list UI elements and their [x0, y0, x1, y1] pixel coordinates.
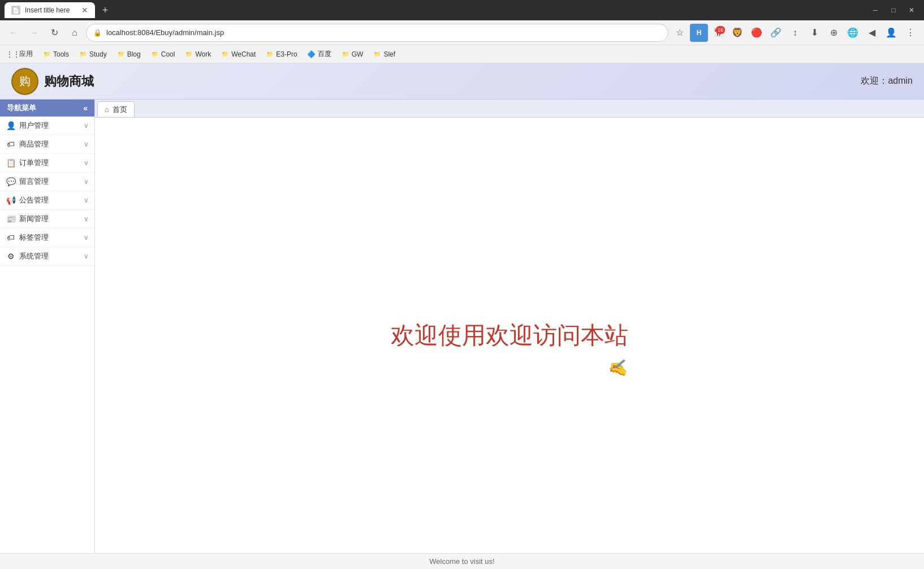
new-tab-button[interactable]: +	[97, 2, 113, 18]
wechat-folder-icon: 📁	[221, 50, 229, 58]
bookmark-gw[interactable]: 📁 GW	[337, 49, 368, 59]
sidebar-item-tags[interactable]: 🏷 标签管理 ∨	[0, 229, 94, 247]
minimize-button[interactable]: ─	[867, 2, 883, 18]
maximize-button[interactable]: □	[886, 2, 901, 18]
sidebar-item-announcements[interactable]: 📢 公告管理 ∨	[0, 191, 94, 210]
welcome-message: 欢迎使用欢迎访问本站	[391, 320, 628, 351]
users-icon: 👤	[6, 121, 16, 130]
sidebar-header: 导航菜单 «	[0, 100, 94, 117]
sidebar-item-messages[interactable]: 💬 留言管理 ∨	[0, 173, 94, 191]
site-footer: Welcome to visit us!	[0, 553, 924, 569]
e3pro-folder-icon: 📁	[266, 50, 274, 58]
sidebar-system-label: 系统管理	[19, 251, 80, 261]
bookmark-tools-label: Tools	[53, 50, 69, 58]
browser-tab[interactable]: 📄 Insert title here ✕	[5, 2, 95, 18]
baidu-icon: 🔷	[308, 50, 316, 58]
sidebar-announcements-label: 公告管理	[19, 195, 80, 205]
content-area: ⌂ 首页 欢迎使用欢迎访问本站 ✍️	[95, 100, 924, 553]
logo-circle: 购	[11, 68, 38, 95]
bookmark-work[interactable]: 📁 Work	[180, 49, 215, 59]
tab-close-button[interactable]: ✕	[81, 6, 88, 15]
announcements-icon: 📢	[6, 196, 16, 205]
header-welcome: 欢迎：admin	[861, 75, 913, 87]
browser-navbar: ← → ↻ ⌂ 🔒 localhost:8084/Ebuy/admin/main…	[0, 20, 924, 45]
cool-folder-icon: 📁	[151, 50, 159, 58]
gw-folder-icon: 📁	[342, 50, 349, 58]
site-header: 购 购物商城 欢迎：admin	[0, 63, 924, 100]
nav-icons-right: ☆ H 📅 16 🦁 🔴 🔗 ↕ ⬇ ⊕ 🌐 ◀ 👤 ⋮	[671, 24, 919, 42]
slef-folder-icon: 📁	[373, 50, 381, 58]
bookmark-baidu-label: 百度	[318, 49, 331, 59]
bookmark-wechat-label: WeChat	[231, 50, 256, 58]
bookmark-e3pro-label: E3-Pro	[276, 50, 297, 58]
site-title: 购物商城	[44, 73, 94, 90]
chevron-down-icon-users: ∨	[84, 122, 89, 130]
extension-icon-9[interactable]: 🌐	[844, 24, 862, 42]
sidebar: 导航菜单 « 👤 用户管理 ∨ 🏷 商品管理 ∨ 📋 订单管理 ∨ 💬 留言管理	[0, 100, 95, 553]
cursor-decoration: ✍️	[607, 355, 631, 378]
sidebar-products-label: 商品管理	[19, 139, 80, 149]
window-controls: ─ □ ✕	[867, 2, 919, 18]
sidebar-item-orders[interactable]: 📋 订单管理 ∨	[0, 154, 94, 173]
sidebar-item-system[interactable]: ⚙ 系统管理 ∨	[0, 247, 94, 266]
products-icon: 🏷	[6, 140, 16, 149]
bookmark-wechat[interactable]: 📁 WeChat	[217, 49, 260, 59]
close-button[interactable]: ✕	[904, 2, 919, 18]
back-button[interactable]: ←	[5, 24, 23, 42]
chevron-down-icon-products: ∨	[84, 140, 89, 148]
refresh-button[interactable]: ↻	[45, 24, 63, 42]
bookmark-apps-label: 应用	[19, 49, 33, 59]
extension-icon-7[interactable]: ⬇	[805, 24, 823, 42]
tags-icon: 🏷	[6, 233, 16, 242]
extension-icon-1[interactable]: H	[690, 24, 708, 42]
extension-icon-4[interactable]: 🔴	[748, 24, 766, 42]
footer-text: Welcome to visit us!	[429, 557, 494, 566]
bookmark-tools[interactable]: 📁 Tools	[38, 49, 74, 59]
system-icon: ⚙	[6, 252, 16, 261]
extension-icon-6[interactable]: ↕	[786, 24, 804, 42]
news-icon: 📰	[6, 214, 16, 223]
bookmark-blog[interactable]: 📁 Blog	[113, 49, 145, 59]
sidebar-tags-label: 标签管理	[19, 232, 80, 243]
home-icon: ⌂	[105, 105, 109, 114]
star-icon[interactable]: ☆	[671, 24, 689, 42]
extension-icon-3[interactable]: 🦁	[728, 24, 746, 42]
sidebar-header-label: 导航菜单	[7, 103, 36, 113]
sidebar-users-label: 用户管理	[19, 120, 80, 131]
extension-icon-10[interactable]: ◀	[863, 24, 881, 42]
home-tab[interactable]: ⌂ 首页	[97, 101, 135, 117]
chevron-down-icon-news: ∨	[84, 215, 89, 223]
address-bar[interactable]: 🔒 localhost:8084/Ebuy/admin/main.jsp	[86, 24, 668, 42]
sidebar-item-users[interactable]: 👤 用户管理 ∨	[0, 117, 94, 135]
sidebar-collapse-icon[interactable]: «	[83, 104, 88, 113]
extension-icon-5[interactable]: 🔗	[767, 24, 785, 42]
bookmark-cool[interactable]: 📁 Cool	[146, 49, 180, 59]
home-nav-button[interactable]: ⌂	[66, 24, 84, 42]
bookmark-work-label: Work	[195, 50, 211, 58]
bookmark-study[interactable]: 📁 Study	[75, 49, 111, 59]
bookmarks-bar: ⋮⋮ 应用 📁 Tools 📁 Study 📁 Blog 📁 Cool 📁 Wo…	[0, 45, 924, 63]
bookmark-baidu[interactable]: 🔷 百度	[303, 48, 336, 60]
browser-titlebar: 📄 Insert title here ✕ + ─ □ ✕	[0, 0, 924, 20]
tab-favicon: 📄	[11, 6, 20, 15]
lock-icon: 🔒	[93, 29, 102, 37]
bookmark-e3pro[interactable]: 📁 E3-Pro	[261, 49, 301, 59]
sidebar-item-products[interactable]: 🏷 商品管理 ∨	[0, 135, 94, 154]
chevron-down-icon-orders: ∨	[84, 159, 89, 167]
content-tabs: ⌂ 首页	[95, 100, 924, 118]
bookmark-slef[interactable]: 📁 Slef	[369, 49, 400, 59]
sidebar-item-news[interactable]: 📰 新闻管理 ∨	[0, 210, 94, 229]
bookmark-study-label: Study	[89, 50, 107, 58]
sidebar-orders-label: 订单管理	[19, 158, 80, 168]
extension-icon-2[interactable]: 📅 16	[709, 24, 727, 42]
chevron-down-icon-announcements: ∨	[84, 196, 89, 204]
home-tab-label: 首页	[113, 105, 127, 115]
forward-button[interactable]: →	[25, 24, 43, 42]
extension-icon-8[interactable]: ⊕	[824, 24, 843, 42]
bookmark-cool-label: Cool	[161, 50, 175, 58]
menu-icon[interactable]: ⋮	[901, 24, 919, 42]
work-folder-icon: 📁	[185, 50, 193, 58]
profile-icon[interactable]: 👤	[882, 24, 900, 42]
sidebar-messages-label: 留言管理	[19, 176, 80, 187]
bookmark-apps[interactable]: ⋮⋮ 应用	[5, 48, 37, 60]
